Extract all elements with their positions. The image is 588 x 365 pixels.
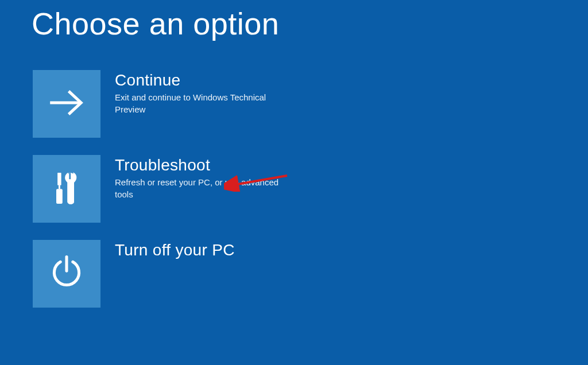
svg-rect-3 <box>56 189 63 204</box>
option-troubleshoot-description: Refresh or reset your PC, or use advance… <box>115 176 284 200</box>
option-turnoff-text: Turn off your PC <box>100 240 235 261</box>
options-list: Continue Exit and continue to Windows Te… <box>0 41 588 308</box>
svg-rect-1 <box>57 173 61 185</box>
power-icon <box>46 252 87 296</box>
option-troubleshoot-tile <box>33 155 100 223</box>
option-turnoff-title: Turn off your PC <box>115 241 235 259</box>
svg-rect-2 <box>59 185 60 189</box>
tools-icon <box>46 167 87 211</box>
option-troubleshoot[interactable]: Troubleshoot Refresh or reset your PC, o… <box>33 155 588 223</box>
option-turnoff-tile <box>33 240 100 308</box>
option-continue-text: Continue Exit and continue to Windows Te… <box>100 70 284 115</box>
option-troubleshoot-title: Troubleshoot <box>115 156 284 174</box>
arrow-right-icon <box>46 82 87 126</box>
option-continue-description: Exit and continue to Windows Technical P… <box>115 91 284 115</box>
page-title: Choose an option <box>0 0 588 41</box>
option-turnoff[interactable]: Turn off your PC <box>33 240 588 308</box>
option-troubleshoot-text: Troubleshoot Refresh or reset your PC, o… <box>100 155 284 200</box>
option-continue-tile <box>33 70 100 138</box>
option-continue[interactable]: Continue Exit and continue to Windows Te… <box>33 70 588 138</box>
option-continue-title: Continue <box>115 71 284 90</box>
